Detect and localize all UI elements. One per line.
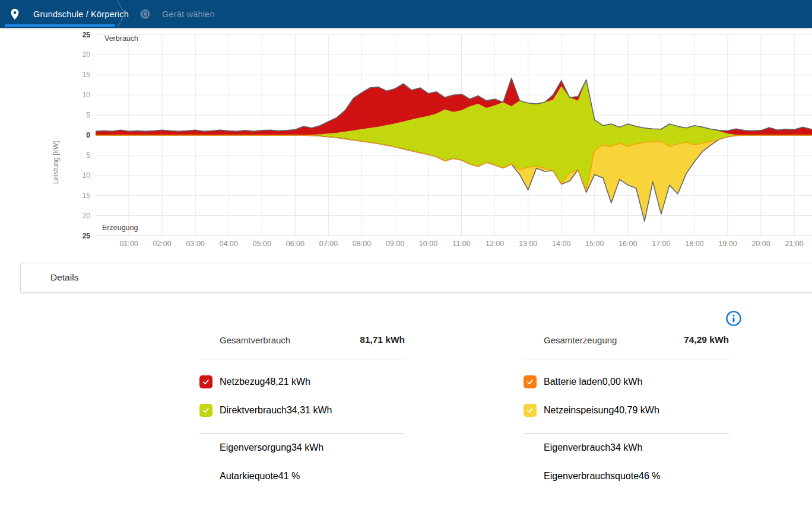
total-consumption-label: Gesamtverbrauch xyxy=(220,335,290,345)
x-tick-label: 05:00 xyxy=(253,240,271,248)
details-column-consumption: Gesamtverbrauch 81,71 kWh Netzbezug 48,2… xyxy=(199,330,405,492)
y-tick-label: 10 xyxy=(83,91,91,99)
divider xyxy=(199,359,405,359)
active-breadcrumb-underline xyxy=(5,24,115,27)
total-production-row: Gesamterzeugung 74,29 kWh xyxy=(524,330,729,349)
eigenverbrauch-label: Eigenverbrauch xyxy=(544,442,610,453)
x-tick-label: 13:00 xyxy=(519,240,537,248)
eigenverbrauchsquote-row: Eigenverbrauchsquote 46 % xyxy=(524,467,729,486)
eigenversorgung-label: Eigenversorgung xyxy=(220,442,291,453)
autarkiequote-value: 41 % xyxy=(278,471,300,482)
eigenverbrauchsquote-value: 46 % xyxy=(639,471,660,482)
x-tick-label: 04:00 xyxy=(220,240,238,248)
x-tick-label: 18:00 xyxy=(685,240,703,248)
x-tick-label: 14:00 xyxy=(552,240,570,248)
x-tick-label: 20:00 xyxy=(751,240,770,248)
y-axis-title: Leistung [kW] xyxy=(16,141,96,184)
details-panel: Gesamtverbrauch 81,71 kWh Netzbezug 48,2… xyxy=(199,292,729,492)
y-tick-label: 5 xyxy=(86,111,90,119)
total-consumption-row: Gesamtverbrauch 81,71 kWh xyxy=(199,330,405,349)
eigenverbrauch-row: Eigenverbrauch 34 kWh xyxy=(524,438,729,457)
y-tick-label: 20 xyxy=(83,50,91,59)
netzbezug-checkbox[interactable] xyxy=(199,375,212,388)
netzbezug-row: Netzbezug 48,21 kWh xyxy=(199,368,405,396)
y-tick-label: 20 xyxy=(83,212,91,220)
x-tick-label: 21:00 xyxy=(785,240,803,248)
y-tick-label: 15 xyxy=(83,71,91,79)
eigenverbrauchsquote-label: Eigenverbrauchsquote xyxy=(544,471,639,482)
netzeinspeisung-checkbox[interactable] xyxy=(524,404,537,417)
netzeinspeisung-row: Netzeinspeisung 40,79 kWh xyxy=(524,396,729,425)
check-icon xyxy=(202,406,210,415)
check-icon xyxy=(202,378,210,386)
check-icon xyxy=(526,406,534,415)
total-production-label: Gesamterzeugung xyxy=(544,335,617,345)
eigenverbrauch-value: 34 kWh xyxy=(610,442,642,453)
x-tick-label: 15:00 xyxy=(585,240,604,248)
x-tick-label: 06:00 xyxy=(286,240,304,248)
power-chart[interactable]: 252015105051015202501:0002:0003:0004:000… xyxy=(0,28,812,253)
batterie-laden-checkbox[interactable] xyxy=(524,375,537,388)
eigenversorgung-row: Eigenversorgung 34 kWh xyxy=(199,438,405,457)
power-chart-area: Leistung [kW] 252015105051015202501:0002… xyxy=(0,28,812,253)
direktverbrauch-label: Direktverbrauch xyxy=(220,405,287,416)
y-tick-label: 15 xyxy=(83,192,91,200)
details-accordion-header[interactable]: Details xyxy=(20,263,812,292)
netzbezug-value: 48,21 kWh xyxy=(265,377,310,387)
x-tick-label: 10:00 xyxy=(419,240,437,248)
netzeinspeisung-value: 40,79 kWh xyxy=(614,405,659,416)
x-tick-label: 01:00 xyxy=(119,240,138,248)
info-icon[interactable] xyxy=(725,310,742,327)
x-tick-label: 07:00 xyxy=(319,240,338,248)
direktverbrauch-checkbox[interactable] xyxy=(199,404,212,417)
divider xyxy=(199,433,405,434)
x-tick-label: 09:00 xyxy=(386,240,404,248)
y-tick-label: 0 xyxy=(86,131,90,139)
y-tick-label: 25 xyxy=(83,232,91,240)
batterie-laden-row: Batterie laden 0,00 kWh xyxy=(524,368,729,396)
consumption-quadrant-label: Verbrauch xyxy=(104,34,138,43)
details-title: Details xyxy=(50,272,78,283)
x-tick-label: 19:00 xyxy=(718,240,737,248)
location-pin-icon xyxy=(8,7,21,22)
x-tick-label: 03:00 xyxy=(186,240,205,248)
top-navigation-bar: Grundschule / Körperich Gerät wählen xyxy=(0,0,812,28)
y-tick-label: 25 xyxy=(83,31,91,39)
netzeinspeisung-label: Netzeinspeisung xyxy=(544,405,614,416)
chip-icon xyxy=(139,8,151,20)
x-tick-label: 02:00 xyxy=(153,240,171,248)
details-column-production: Gesamterzeugung 74,29 kWh Batterie laden… xyxy=(524,330,729,492)
breadcrumb-location-label: Grundschule / Körperich xyxy=(33,9,129,19)
batterie-laden-value: 0,00 kWh xyxy=(602,377,643,387)
direktverbrauch-value: 34,31 kWh xyxy=(287,405,332,416)
total-consumption-value: 81,71 kWh xyxy=(360,334,405,345)
breadcrumb-chevron-separator xyxy=(117,0,126,28)
autarkiequote-label: Autarkiequote xyxy=(220,471,278,482)
production-quadrant-label: Erzeugung xyxy=(102,224,138,232)
total-production-value: 74,29 kWh xyxy=(684,334,729,345)
divider xyxy=(524,433,729,434)
x-tick-label: 16:00 xyxy=(618,240,637,248)
eigenversorgung-value: 34 kWh xyxy=(291,442,323,453)
x-tick-label: 11:00 xyxy=(452,240,470,248)
divider xyxy=(524,359,729,359)
device-select-label: Gerät wählen xyxy=(162,9,215,19)
direktverbrauch-row: Direktverbrauch 34,31 kWh xyxy=(199,396,405,425)
batterie-laden-label: Batterie laden xyxy=(544,377,602,387)
x-tick-label: 17:00 xyxy=(652,240,670,248)
netzbezug-label: Netzbezug xyxy=(220,377,265,387)
device-select-breadcrumb[interactable]: Gerät wählen xyxy=(132,0,222,28)
check-icon xyxy=(526,378,534,386)
x-tick-label: 12:00 xyxy=(486,240,504,248)
autarkiequote-row: Autarkiequote 41 % xyxy=(199,467,405,486)
x-tick-label: 08:00 xyxy=(353,240,371,248)
